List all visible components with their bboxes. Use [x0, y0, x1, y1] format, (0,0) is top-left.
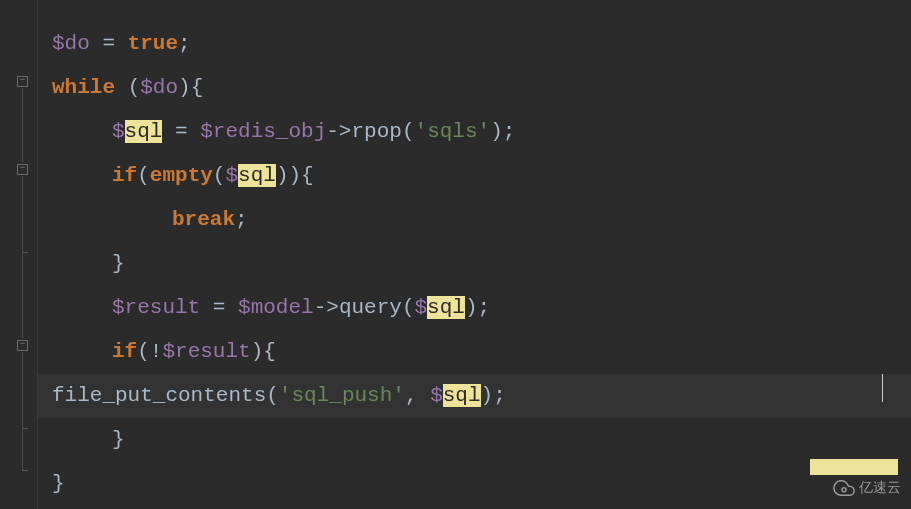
code-line: } [52, 242, 911, 286]
fold-toggle-while[interactable] [17, 76, 28, 87]
watermark-text: 亿速云 [859, 479, 901, 497]
watermark-highlight [810, 459, 898, 475]
code-line: while ($do){ [52, 66, 911, 110]
code-line-current: file_put_contents('sql_push', $sql); [38, 374, 911, 418]
gutter [0, 0, 38, 509]
code-line: if(empty($sql)){ [52, 154, 911, 198]
code-line: $sql = $redis_obj->rpop('sqls'); [52, 110, 911, 154]
search-highlight: sql [443, 384, 481, 407]
fold-toggle-if-result[interactable] [17, 340, 28, 351]
code-area[interactable]: $do = true; while ($do){ $sql = $redis_o… [38, 0, 911, 509]
code-line: $do = true; [52, 22, 911, 66]
text-cursor [882, 374, 883, 402]
watermark: 亿速云 [833, 477, 901, 499]
code-line: break; [52, 198, 911, 242]
fold-toggle-if-empty[interactable] [17, 164, 28, 175]
svg-point-0 [842, 488, 846, 492]
cloud-icon [833, 477, 855, 499]
code-line: if(!$result){ [52, 330, 911, 374]
search-highlight: sql [427, 296, 465, 319]
code-line: } [52, 418, 911, 462]
search-highlight: sql [125, 120, 163, 143]
code-line: } [52, 462, 911, 506]
code-editor[interactable]: $do = true; while ($do){ $sql = $redis_o… [0, 0, 911, 509]
code-line: $result = $model->query($sql); [52, 286, 911, 330]
search-highlight: sql [238, 164, 276, 187]
